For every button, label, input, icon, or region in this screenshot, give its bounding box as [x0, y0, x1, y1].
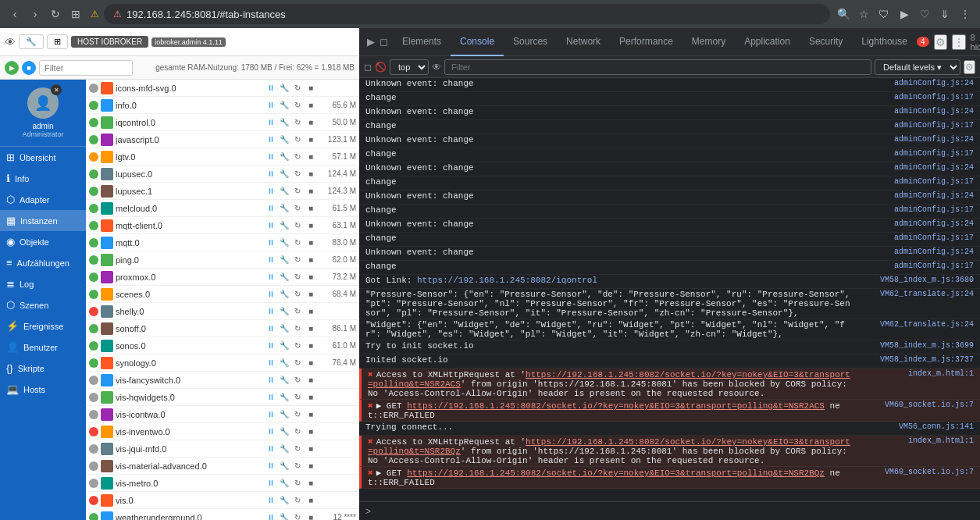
- console-source[interactable]: VM58_index_m.js:3737: [857, 355, 974, 364]
- console-error-link[interactable]: https://192.168.1.245:8082/socket.io/?ke…: [368, 437, 850, 456]
- refresh-button[interactable]: ↻: [291, 443, 304, 455]
- refresh-button[interactable]: ↻: [291, 511, 304, 521]
- refresh-button[interactable]: ↻: [291, 202, 304, 215]
- sidebar-item-aufzahlungen[interactable]: ≡ Aufzählungen: [0, 252, 86, 273]
- filter-input[interactable]: [39, 60, 133, 76]
- pause-button[interactable]: ⏸: [265, 443, 277, 455]
- console-source[interactable]: adminConfig.js:17: [857, 233, 974, 242]
- settings-button[interactable]: 🔧: [278, 185, 290, 198]
- more-button[interactable]: ⋮: [957, 5, 974, 23]
- download-button[interactable]: ⇓: [936, 5, 953, 23]
- console-source[interactable]: adminConfig.js:17: [857, 205, 974, 214]
- pause-button[interactable]: ⏸: [265, 511, 277, 521]
- tab-security[interactable]: Security: [800, 28, 852, 56]
- settings-button[interactable]: 🔧: [278, 82, 290, 94]
- pause-button[interactable]: ⏸: [265, 374, 277, 386]
- settings-button[interactable]: 🔧: [278, 477, 290, 490]
- refresh-button[interactable]: ↻: [291, 99, 304, 112]
- pause-button[interactable]: ⏸: [265, 426, 277, 438]
- settings-button[interactable]: 🔧: [278, 202, 290, 215]
- stop-instance-button[interactable]: ■: [305, 168, 317, 180]
- stop-instance-button[interactable]: ■: [305, 357, 317, 369]
- console-input[interactable]: [376, 507, 974, 516]
- sidebar-item-log[interactable]: ≣ Log: [0, 273, 86, 294]
- console-expand-button[interactable]: ◻: [364, 62, 372, 73]
- console-source[interactable]: index_m.html:1: [857, 369, 974, 378]
- console-error-link[interactable]: https://192.168.1.245:8082/socket.io/?ke…: [368, 370, 850, 389]
- pause-button[interactable]: ⏸: [265, 99, 277, 112]
- stop-instance-button[interactable]: ■: [305, 426, 317, 438]
- context-select[interactable]: top: [390, 59, 429, 75]
- refresh-button[interactable]: ↻: [291, 322, 304, 335]
- pause-button[interactable]: ⏸: [265, 271, 277, 283]
- stop-instance-button[interactable]: ■: [305, 408, 317, 421]
- refresh-button[interactable]: ↻: [291, 134, 304, 146]
- settings-button[interactable]: 🔧: [278, 391, 290, 404]
- console-source[interactable]: adminConfig.js:24: [857, 107, 974, 116]
- refresh-button[interactable]: ↻: [291, 460, 304, 472]
- refresh-button[interactable]: ↻: [291, 254, 304, 266]
- console-source[interactable]: adminConfig.js:24: [857, 135, 974, 144]
- settings-button[interactable]: 🔧: [278, 219, 290, 232]
- sidebar-item-szenen[interactable]: ⬡ Szenen: [0, 294, 86, 315]
- pause-button[interactable]: ⏸: [265, 116, 277, 129]
- forward-button[interactable]: ›: [27, 5, 44, 23]
- back-button[interactable]: ‹: [6, 5, 23, 23]
- console-source[interactable]: index_m.html:1: [857, 436, 974, 445]
- settings-button[interactable]: 🔧: [278, 151, 290, 163]
- settings-button[interactable]: 🔧: [278, 168, 290, 180]
- stop-all-button[interactable]: ■: [22, 61, 36, 75]
- host-button[interactable]: HOST IOBROKER: [71, 36, 148, 48]
- console-source[interactable]: VM60_socket.io.js:7: [857, 401, 974, 409]
- heart-button[interactable]: ♡: [916, 5, 933, 23]
- stop-instance-button[interactable]: ■: [305, 443, 317, 455]
- refresh-button[interactable]: ↻: [291, 305, 304, 318]
- address-bar[interactable]: ⚠ 192.168.1.245:8081/#tab-instances: [104, 4, 830, 24]
- devtools-inspect-button[interactable]: ▶: [365, 34, 376, 49]
- pause-button[interactable]: ⏸: [265, 185, 277, 198]
- stop-instance-button[interactable]: ■: [305, 202, 317, 215]
- stop-instance-button[interactable]: ■: [305, 477, 317, 490]
- settings-button[interactable]: 🔧: [278, 116, 290, 129]
- console-output[interactable]: Unknown event: changeadminConfig.js:24ch…: [359, 78, 980, 501]
- tab-elements[interactable]: Elements: [393, 28, 451, 56]
- stop-instance-button[interactable]: ■: [305, 219, 317, 232]
- refresh-button[interactable]: ↻: [291, 340, 304, 352]
- console-filter-input[interactable]: [444, 59, 871, 75]
- play-browser-button[interactable]: ▶: [896, 5, 913, 23]
- reload-button[interactable]: ↻: [47, 5, 64, 23]
- play-all-button[interactable]: ▶: [5, 61, 19, 75]
- console-source[interactable]: VM62_translate.js:24: [857, 320, 974, 329]
- devtools-device-button[interactable]: ◻: [378, 34, 390, 49]
- pause-button[interactable]: ⏸: [265, 151, 277, 163]
- refresh-button[interactable]: ↻: [291, 219, 304, 232]
- tab-memory[interactable]: Memory: [682, 28, 735, 56]
- tab-application[interactable]: Application: [735, 28, 800, 56]
- pause-button[interactable]: ⏸: [265, 357, 277, 369]
- sidebar-item-skripte[interactable]: {} Skripte: [0, 358, 86, 379]
- refresh-button[interactable]: ↻: [291, 237, 304, 249]
- stop-instance-button[interactable]: ■: [305, 99, 317, 112]
- console-source[interactable]: adminConfig.js:17: [857, 262, 974, 270]
- devtools-gear-button[interactable]: ⚙: [934, 34, 947, 50]
- console-source[interactable]: VM56_conn.js:141: [857, 422, 974, 431]
- eye-button[interactable]: 👁: [5, 36, 16, 48]
- stop-instance-button[interactable]: ■: [305, 511, 317, 521]
- settings-button[interactable]: 🔧: [278, 254, 290, 266]
- pause-button[interactable]: ⏸: [265, 254, 277, 266]
- search-browser-button[interactable]: 🔍: [835, 5, 852, 23]
- sidebar-item-instanzen[interactable]: ▦ Instanzen: [0, 210, 86, 231]
- sidebar-item-ubersicht[interactable]: ⊞ Übersicht: [0, 147, 86, 168]
- stop-instance-button[interactable]: ■: [305, 322, 317, 335]
- pause-button[interactable]: ⏸: [265, 460, 277, 472]
- settings-button[interactable]: 🔧: [278, 494, 290, 507]
- grid-button[interactable]: ⊞: [67, 5, 84, 23]
- pause-button[interactable]: ⏸: [265, 237, 277, 249]
- stop-instance-button[interactable]: ■: [305, 185, 317, 198]
- refresh-button[interactable]: ↻: [291, 391, 304, 404]
- stop-instance-button[interactable]: ■: [305, 254, 317, 266]
- console-source[interactable]: adminConfig.js:17: [857, 93, 974, 102]
- console-settings-button[interactable]: ⚙: [964, 60, 975, 74]
- level-select[interactable]: Default levels ▾: [875, 59, 960, 75]
- settings-button[interactable]: 🔧: [278, 271, 290, 283]
